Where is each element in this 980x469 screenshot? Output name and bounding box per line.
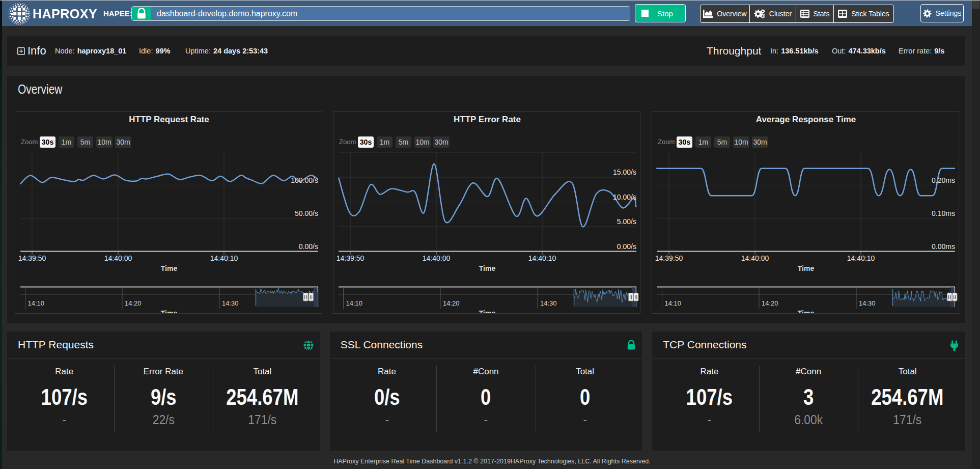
svg-text:14:39:50: 14:39:50 [337, 254, 365, 262]
svg-text:14:10: 14:10 [346, 299, 363, 307]
svg-text:14:40:10: 14:40:10 [210, 254, 238, 262]
svg-text:14:20: 14:20 [125, 299, 142, 307]
svg-text:14:40:00: 14:40:00 [423, 254, 451, 262]
svg-text:14:30: 14:30 [222, 299, 239, 307]
svg-text:14:39:50: 14:39:50 [655, 254, 683, 262]
svg-text:30m: 30m [753, 138, 767, 146]
svg-text:Time: Time [161, 309, 178, 314]
svg-text:14:20: 14:20 [762, 299, 778, 307]
svg-text:5m: 5m [399, 138, 408, 146]
svg-text:14:39:50: 14:39:50 [18, 254, 46, 262]
svg-text:14:30: 14:30 [540, 299, 557, 307]
svg-text:1m: 1m [62, 138, 71, 146]
svg-text:Time: Time [479, 309, 496, 314]
svg-text:1m: 1m [698, 138, 708, 146]
svg-text:50.00/s: 50.00/s [295, 209, 318, 217]
svg-text:30s: 30s [679, 138, 691, 146]
svg-text:14:40:10: 14:40:10 [847, 254, 875, 262]
svg-text:HTTP Error Rate: HTTP Error Rate [454, 115, 521, 124]
svg-text:5m: 5m [717, 138, 726, 146]
svg-text:30m: 30m [435, 138, 449, 146]
svg-text:14:10: 14:10 [28, 299, 45, 307]
svg-text:10m: 10m [734, 138, 748, 146]
svg-text:HTTP Request Rate: HTTP Request Rate [129, 115, 209, 124]
svg-text:0.20ms: 0.20ms [932, 176, 955, 184]
svg-text:30s: 30s [42, 138, 54, 146]
svg-text:0.00ms: 0.00ms [932, 242, 955, 251]
svg-text:5m: 5m [80, 138, 90, 146]
svg-text:14:30: 14:30 [859, 299, 876, 307]
svg-text:14:40:00: 14:40:00 [104, 254, 132, 262]
svg-text:10.00/s: 10.00/s [613, 193, 636, 201]
svg-text:Zoom: Zoom [339, 138, 356, 146]
svg-text:10m: 10m [97, 138, 111, 146]
svg-text:Time: Time [797, 264, 814, 272]
svg-text:Time: Time [797, 309, 814, 314]
svg-text:Zoom: Zoom [21, 138, 38, 146]
svg-text:14:10: 14:10 [664, 299, 681, 307]
svg-text:30m: 30m [116, 138, 130, 146]
svg-text:Time: Time [479, 264, 496, 272]
svg-text:100.00/s: 100.00/s [291, 176, 318, 184]
svg-text:5.00/s: 5.00/s [617, 217, 636, 226]
svg-text:0.00/s: 0.00/s [617, 242, 636, 251]
svg-text:14:40:00: 14:40:00 [741, 254, 769, 262]
svg-text:14:40:10: 14:40:10 [528, 254, 556, 262]
svg-text:15.00/s: 15.00/s [613, 168, 636, 176]
svg-text:10m: 10m [416, 138, 430, 146]
svg-text:14:20: 14:20 [443, 299, 460, 307]
svg-text:0.10ms: 0.10ms [932, 209, 955, 217]
svg-text:Time: Time [161, 264, 178, 272]
svg-text:30s: 30s [360, 138, 372, 146]
svg-text:Average Response Time: Average Response Time [755, 115, 856, 124]
svg-text:1m: 1m [380, 138, 389, 146]
svg-text:0.00/s: 0.00/s [299, 242, 318, 251]
svg-text:Zoom: Zoom [658, 138, 675, 146]
